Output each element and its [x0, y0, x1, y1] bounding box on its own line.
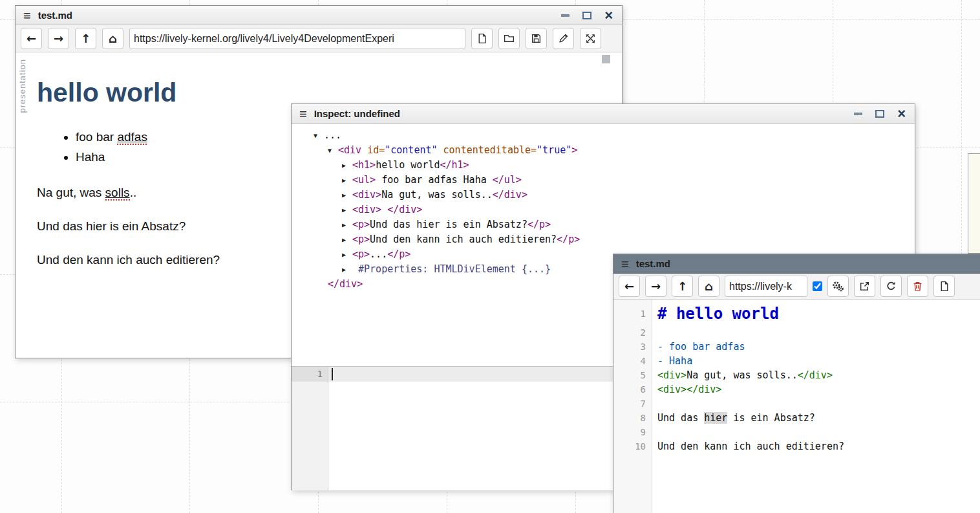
navigation-toolbar: ← → ↑ ⌂: [613, 274, 980, 300]
code-line[interactable]: <div>Na gut, was solls..</div>: [657, 368, 844, 382]
code-segment: Na gut, was solls..: [381, 189, 493, 201]
refresh-icon: [886, 281, 897, 292]
line-number: 1: [613, 303, 652, 325]
file-icon: [476, 33, 487, 44]
code-line[interactable]: <div></div>: [657, 382, 844, 397]
code-segment: hier: [704, 412, 727, 424]
code-line[interactable]: - foo bar adfas: [657, 340, 844, 354]
code-segment: <p>: [352, 219, 370, 230]
expand-button[interactable]: [580, 28, 601, 49]
navigation-toolbar: ← → ↑ ⌂: [16, 25, 622, 52]
disclosure-arrow-icon[interactable]: ▶: [342, 233, 352, 247]
code-line[interactable]: # hello world: [657, 303, 844, 325]
code-segment: <p>: [352, 234, 370, 245]
forward-arrow-icon: →: [651, 279, 661, 293]
maximize-icon[interactable]: [875, 110, 884, 118]
tree-row[interactable]: ▶<div> </div>: [304, 202, 915, 217]
forward-arrow-icon: →: [54, 32, 63, 45]
forward-button[interactable]: →: [645, 276, 666, 297]
menu-icon[interactable]: ≡: [23, 9, 31, 22]
disclosure-arrow-icon[interactable]: ▶: [342, 158, 352, 173]
menu-icon[interactable]: ≡: [299, 107, 307, 120]
disclosure-arrow-icon[interactable]: ▼: [314, 129, 324, 143]
disclosure-arrow-icon[interactable]: ▶: [342, 218, 352, 232]
auto-save-checkbox[interactable]: [813, 281, 822, 291]
url-input[interactable]: [129, 28, 465, 49]
settings-button[interactable]: [827, 276, 849, 297]
code-segment: <p>: [352, 248, 370, 260]
new-file-button[interactable]: [933, 276, 955, 297]
titlebar[interactable]: ≡ Inspect: undefined ×: [292, 104, 915, 124]
text-cursor: [332, 368, 333, 380]
tree-row[interactable]: ▶<p>Und das hier is ein Absatz?</p>: [304, 217, 915, 232]
disclosure-arrow-icon[interactable]: ▶: [342, 173, 352, 188]
editor-code[interactable]: # hello world - foo bar adfas- Haha<div>…: [652, 300, 844, 513]
code-segment: - Haha: [657, 355, 692, 367]
save-button[interactable]: [526, 28, 547, 49]
file-icon: [939, 281, 950, 292]
code-segment: ...: [324, 129, 341, 141]
tree-row[interactable]: ▼...: [304, 128, 915, 143]
tree-row[interactable]: ▼<div id="content" contenteditable="true…: [304, 143, 915, 158]
url-input[interactable]: [725, 276, 807, 297]
minimize-icon[interactable]: [561, 14, 570, 17]
trash-icon: [912, 281, 923, 292]
code-segment: "content": [385, 144, 437, 156]
home-button[interactable]: ⌂: [698, 276, 719, 297]
scrollbar-stub[interactable]: [602, 55, 610, 63]
tree-row[interactable]: ▶<div>Na gut, was solls..</div>: [304, 188, 915, 202]
line-number-gutter: 1: [292, 367, 328, 490]
code-line[interactable]: [657, 397, 844, 411]
misspelled-word: adfas: [117, 130, 147, 145]
tree-row[interactable]: ▶<ul> foo bar adfas Haha </ul>: [304, 173, 915, 188]
disclosure-arrow-icon[interactable]: ▶: [342, 248, 352, 262]
close-icon[interactable]: ×: [604, 9, 613, 22]
reload-button[interactable]: [880, 276, 902, 297]
maximize-icon[interactable]: [582, 12, 591, 19]
menu-icon[interactable]: ≡: [621, 257, 629, 270]
up-button[interactable]: ↑: [75, 28, 96, 49]
up-button[interactable]: ↑: [672, 276, 693, 297]
code-segment: ...: [370, 248, 387, 260]
code-segment: >: [571, 144, 577, 156]
window-controls: ×: [854, 107, 907, 120]
back-button[interactable]: ←: [21, 28, 42, 49]
window-title: Inspect: undefined: [314, 108, 400, 119]
window-controls: ×: [561, 9, 614, 22]
line-number: 5: [613, 368, 652, 382]
disclosure-arrow-icon[interactable]: ▶: [342, 188, 352, 202]
tree-row[interactable]: ▶<h1>hello world</h1>: [304, 158, 915, 173]
browse-folder-button[interactable]: [498, 28, 520, 49]
new-file-button[interactable]: [471, 28, 493, 49]
tree-row[interactable]: ▶<p>Und den kann ich auch editieren?</p>: [304, 232, 915, 247]
code-segment: </ul>: [493, 174, 522, 186]
code-segment: Und das hier is ein Absatz?: [370, 219, 527, 230]
code-line[interactable]: Und das hier is ein Absatz?: [657, 411, 844, 425]
disclosure-arrow-icon[interactable]: ▶: [342, 203, 352, 217]
code-segment: </h1>: [440, 159, 469, 171]
code-line[interactable]: [657, 325, 844, 340]
disclosure-arrow-icon[interactable]: ▶: [342, 263, 352, 277]
back-arrow-icon: ←: [624, 279, 634, 293]
delete-button[interactable]: [907, 276, 928, 297]
minimize-icon[interactable]: [854, 113, 862, 115]
back-button[interactable]: ←: [619, 276, 640, 297]
close-icon[interactable]: ×: [897, 107, 906, 120]
forward-button[interactable]: →: [48, 28, 69, 49]
line-number: 1: [292, 367, 328, 382]
code-segment: Na gut, was solls..: [687, 369, 798, 381]
titlebar[interactable]: ≡ test.md ×: [16, 6, 622, 25]
open-external-button[interactable]: [854, 276, 875, 297]
code-line[interactable]: [657, 425, 844, 439]
code-editor[interactable]: 12345678910 # hello world - foo bar adfa…: [613, 300, 980, 513]
titlebar[interactable]: ≡ test.md: [613, 254, 980, 274]
code-segment: Und den kann ich auch editieren?: [370, 234, 557, 245]
home-button[interactable]: ⌂: [102, 28, 123, 49]
code-segment: id=: [361, 144, 385, 156]
code-segment: #Properties: HTMLDivElement {...}: [352, 263, 551, 275]
code-line[interactable]: - Haha: [657, 354, 844, 368]
code-segment: </div>: [493, 189, 527, 201]
edit-button[interactable]: [553, 28, 574, 49]
code-line[interactable]: Und den kann ich auch editieren?: [657, 439, 844, 453]
disclosure-arrow-icon[interactable]: ▼: [328, 144, 338, 158]
